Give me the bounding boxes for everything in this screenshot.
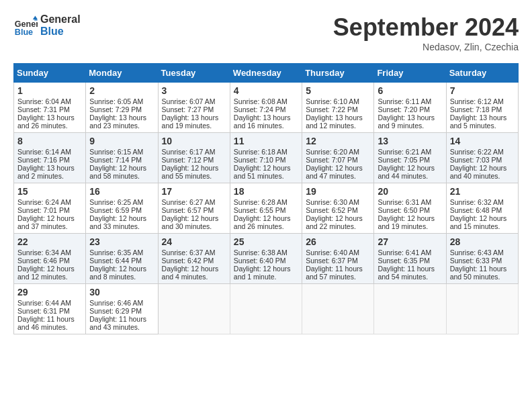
day-header-tuesday: Tuesday [158,64,230,83]
calendar-cell: 29Sunrise: 6:44 AMSunset: 6:31 PMDayligh… [14,284,86,334]
day-info: Sunset: 6:42 PM [162,257,226,265]
day-number: 21 [450,186,515,197]
day-info: and 1 minute. [234,273,298,281]
calendar-cell [158,284,230,334]
calendar-cell: 17Sunrise: 6:27 AMSunset: 6:57 PMDayligh… [158,183,230,234]
day-info: Sunset: 7:20 PM [378,105,442,113]
calendar-table: SundayMondayTuesdayWednesdayThursdayFrid… [13,63,519,334]
calendar-cell: 1Sunrise: 6:04 AMSunset: 7:31 PMDaylight… [14,83,86,133]
day-number: 7 [450,85,515,96]
day-info: and 37 minutes. [17,222,82,230]
day-info: and 19 minutes. [162,122,226,130]
calendar-cell [302,284,374,334]
day-info: Sunrise: 6:17 AM [162,148,226,156]
day-info: Daylight: 12 hours [162,265,226,273]
day-info: Sunrise: 6:12 AM [450,97,515,105]
subtitle: Nedasov, Zlin, Czechia [333,42,519,52]
logo-icon: General Blue [13,13,38,38]
calendar-cell [446,284,518,334]
day-info: Sunset: 6:40 PM [234,257,298,265]
calendar-cell: 4Sunrise: 6:08 AMSunset: 7:24 PMDaylight… [230,83,302,133]
day-info: Sunrise: 6:31 AM [378,198,442,206]
day-info: Daylight: 12 hours [450,214,515,222]
day-info: and 44 minutes. [378,172,442,180]
calendar-cell [374,284,446,334]
day-info: Daylight: 13 hours [378,113,442,122]
day-info: Daylight: 12 hours [234,265,298,273]
day-info: Daylight: 13 hours [17,164,82,172]
day-info: Daylight: 12 hours [17,214,82,222]
day-number: 1 [17,85,82,96]
calendar-cell: 27Sunrise: 6:41 AMSunset: 6:35 PMDayligh… [374,234,446,284]
day-info: Sunset: 6:29 PM [89,307,154,315]
day-info: and 46 minutes. [17,323,82,331]
day-info: Sunrise: 6:41 AM [378,248,442,257]
day-info: Daylight: 12 hours [234,164,298,172]
day-info: and 22 minutes. [306,222,370,230]
day-number: 27 [378,236,442,247]
day-info: Sunset: 7:10 PM [234,156,298,164]
day-number: 24 [162,236,226,247]
day-info: and 51 minutes. [234,172,298,180]
calendar-week-row: 15Sunrise: 6:24 AMSunset: 7:01 PMDayligh… [14,183,519,234]
day-info: Daylight: 13 hours [450,113,515,122]
calendar-cell: 28Sunrise: 6:43 AMSunset: 6:33 PMDayligh… [446,234,518,284]
day-info: Daylight: 12 hours [17,265,82,273]
day-info: Sunset: 7:14 PM [89,156,154,164]
day-info: Sunrise: 6:46 AM [89,299,154,307]
day-number: 23 [89,236,154,247]
day-info: Sunrise: 6:28 AM [234,198,298,206]
day-info: and 2 minutes. [17,172,82,180]
day-info: Sunset: 6:33 PM [450,257,515,265]
day-number: 3 [162,85,226,96]
day-info: Daylight: 11 hours [89,315,154,323]
page-header: General Blue General Blue September 2024… [13,13,519,52]
day-number: 17 [162,186,226,197]
day-info: Sunrise: 6:25 AM [89,198,154,206]
day-number: 4 [234,85,298,96]
day-header-friday: Friday [374,64,446,83]
day-info: Sunset: 7:03 PM [450,156,515,164]
day-info: Daylight: 12 hours [378,214,442,222]
day-info: Daylight: 11 hours [306,265,370,273]
calendar-cell [230,284,302,334]
day-info: Daylight: 13 hours [89,113,154,122]
day-info: Sunrise: 6:10 AM [306,97,370,105]
day-info: and 23 minutes. [89,122,154,130]
day-info: Sunset: 6:44 PM [89,257,154,265]
day-info: Daylight: 11 hours [450,265,515,273]
day-info: Daylight: 12 hours [89,214,154,222]
day-info: and 57 minutes. [306,273,370,281]
day-info: and 16 minutes. [234,122,298,130]
day-info: Sunset: 6:46 PM [17,257,82,265]
day-number: 15 [17,186,82,197]
calendar-cell: 14Sunrise: 6:22 AMSunset: 7:03 PMDayligh… [446,133,518,183]
calendar-cell: 18Sunrise: 6:28 AMSunset: 6:55 PMDayligh… [230,183,302,234]
day-number: 9 [89,136,154,146]
day-number: 2 [89,85,154,96]
day-info: Sunset: 6:31 PM [17,307,82,315]
calendar-cell: 19Sunrise: 6:30 AMSunset: 6:52 PMDayligh… [302,183,374,234]
day-info: Sunset: 7:18 PM [450,105,515,113]
day-info: Daylight: 12 hours [162,164,226,172]
day-info: and 26 minutes. [17,122,82,130]
day-info: Sunrise: 6:44 AM [17,299,82,307]
day-info: Daylight: 13 hours [306,113,370,122]
day-info: and 26 minutes. [234,222,298,230]
day-info: and 43 minutes. [89,323,154,331]
day-number: 28 [450,236,515,247]
day-info: Sunset: 6:50 PM [378,206,442,214]
month-title: September 2024 [333,13,519,42]
calendar-cell: 9Sunrise: 6:15 AMSunset: 7:14 PMDaylight… [86,133,158,183]
day-number: 8 [17,136,82,146]
calendar-header-row: SundayMondayTuesdayWednesdayThursdayFrid… [14,64,519,83]
day-info: and 9 minutes. [378,122,442,130]
day-info: Daylight: 12 hours [306,214,370,222]
day-info: Sunset: 7:16 PM [17,156,82,164]
day-info: Sunset: 7:07 PM [306,156,370,164]
day-info: and 33 minutes. [89,222,154,230]
day-header-sunday: Sunday [14,64,86,83]
day-info: Sunrise: 6:15 AM [89,148,154,156]
day-info: and 50 minutes. [450,273,515,281]
day-info: Sunrise: 6:18 AM [234,148,298,156]
